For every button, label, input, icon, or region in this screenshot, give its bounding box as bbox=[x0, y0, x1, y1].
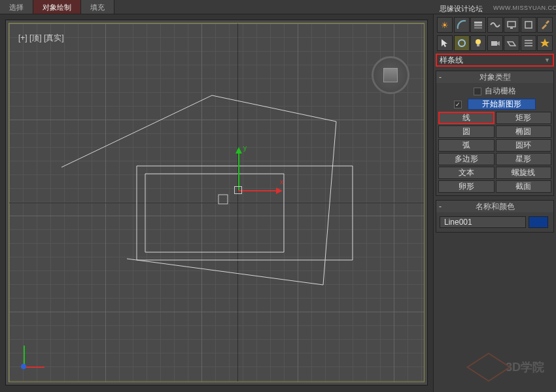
create-category-tabs bbox=[436, 35, 554, 51]
svg-rect-1 bbox=[474, 22, 482, 24]
shape-arc-button[interactable]: 弧 bbox=[438, 139, 495, 152]
start-new-shape-button[interactable]: 开始新图形 bbox=[468, 99, 536, 110]
shape-rectangle-button[interactable]: 矩形 bbox=[496, 112, 552, 124]
svg-rect-3 bbox=[474, 27, 482, 29]
viewport[interactable]: [+] [顶] [真实] x y bbox=[5, 20, 428, 385]
motion-icon[interactable] bbox=[487, 17, 503, 33]
object-type-rollout: - 对象类型 自动栅格 ✓ 开始新图形 线 矩形 圆 椭圆 弧 bbox=[436, 71, 554, 196]
shape-section-button[interactable]: 截面 bbox=[496, 180, 552, 193]
command-panel: ☀ 样条线 ▼ - 对象类型 bbox=[433, 14, 556, 392]
gizmo-y-label: y bbox=[243, 144, 247, 152]
collapse-icon: - bbox=[439, 202, 442, 211]
transform-gizmo[interactable]: x y bbox=[238, 190, 239, 191]
systems-icon[interactable] bbox=[537, 35, 553, 51]
layers-icon[interactable] bbox=[470, 17, 486, 33]
spacewarps-icon[interactable] bbox=[521, 35, 536, 51]
shape-line-button[interactable]: 线 bbox=[438, 112, 495, 124]
display-icon[interactable] bbox=[504, 17, 519, 33]
helpers-icon[interactable] bbox=[504, 35, 519, 51]
svg-rect-5 bbox=[510, 27, 513, 29]
forum-watermark-url: WWW.MISSYUAN.COM bbox=[493, 5, 556, 11]
rollout-header-object-type[interactable]: - 对象类型 bbox=[436, 71, 553, 83]
gizmo-x-label: x bbox=[280, 178, 283, 186]
watermark-logo: 3D学院 bbox=[476, 354, 544, 380]
chevron-down-icon: ▼ bbox=[544, 57, 550, 63]
arc-icon[interactable] bbox=[454, 17, 470, 33]
pointer-icon[interactable] bbox=[437, 35, 453, 51]
shape-category-dropdown[interactable]: 样条线 ▼ bbox=[436, 54, 554, 67]
tab-select[interactable]: 选择 bbox=[0, 0, 33, 14]
name-color-rollout: - 名称和颜色 Line001 bbox=[436, 200, 554, 233]
shape-ellipse-button[interactable]: 椭圆 bbox=[496, 125, 552, 138]
lights-icon[interactable] bbox=[470, 35, 486, 51]
shape-helix-button[interactable]: 螺旋线 bbox=[496, 167, 552, 179]
shape-circle-button[interactable]: 圆 bbox=[438, 125, 495, 138]
tab-object-paint[interactable]: 对象绘制 bbox=[33, 0, 81, 14]
top-tabs: 选择 对象绘制 填充 bbox=[0, 0, 556, 14]
svg-rect-6 bbox=[525, 22, 532, 28]
startnew-checkbox[interactable]: ✓ bbox=[454, 101, 462, 108]
dropdown-label: 样条线 bbox=[440, 55, 463, 66]
object-color-swatch[interactable] bbox=[529, 216, 548, 228]
rollout-title: 名称和颜色 bbox=[476, 201, 515, 212]
rollout-header-name-color[interactable]: - 名称和颜色 bbox=[436, 201, 553, 212]
object-name-input[interactable]: Line001 bbox=[440, 216, 526, 228]
spline-shapes bbox=[9, 24, 424, 382]
svg-rect-4 bbox=[508, 22, 515, 27]
svg-rect-0 bbox=[218, 195, 228, 204]
svg-rect-2 bbox=[474, 24, 482, 26]
svg-rect-9 bbox=[477, 44, 479, 46]
rollout-title: 对象类型 bbox=[479, 72, 511, 83]
command-panel-tabs: ☀ bbox=[436, 17, 554, 33]
shape-text-button[interactable]: 文本 bbox=[438, 167, 495, 179]
autogrid-label: 自动栅格 bbox=[485, 86, 516, 97]
shape-donut-button[interactable]: 圆环 bbox=[496, 139, 552, 152]
shape-star-button[interactable]: 星形 bbox=[496, 153, 552, 165]
shapes-icon[interactable] bbox=[454, 35, 470, 51]
axis-tripod bbox=[24, 367, 24, 367]
shape-egg-button[interactable]: 卵形 bbox=[438, 180, 495, 193]
autogrid-checkbox[interactable] bbox=[474, 88, 481, 95]
sun-icon[interactable]: ☀ bbox=[437, 17, 453, 33]
cameras-icon[interactable] bbox=[487, 35, 503, 51]
svg-point-8 bbox=[476, 39, 481, 44]
tab-fill[interactable]: 填充 bbox=[81, 0, 114, 14]
shape-button-grid: 线 矩形 圆 椭圆 弧 圆环 多边形 星形 文本 螺旋线 卵形 截面 bbox=[438, 112, 551, 193]
collapse-icon: - bbox=[439, 73, 442, 82]
utilities-icon[interactable] bbox=[521, 17, 536, 33]
shape-ngon-button[interactable]: 多边形 bbox=[438, 153, 495, 165]
svg-point-7 bbox=[459, 40, 465, 46]
svg-rect-10 bbox=[491, 41, 497, 46]
hammer-icon[interactable] bbox=[537, 17, 553, 33]
